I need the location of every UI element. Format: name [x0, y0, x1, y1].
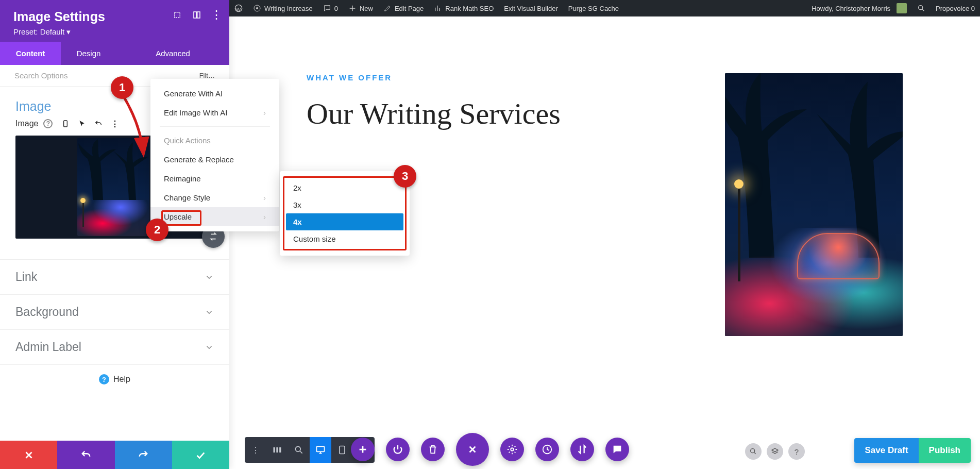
svg-rect-15 — [340, 446, 345, 454]
save-bar: Save Draft Publish — [854, 438, 971, 463]
menu-edit-ai[interactable]: Edit Image With AI› — [150, 103, 279, 122]
more-vert-icon[interactable]: ⋮ — [110, 119, 120, 128]
svg-point-3 — [919, 6, 923, 10]
cancel-button[interactable] — [0, 441, 57, 469]
tab-advanced[interactable]: Advanced — [116, 42, 229, 65]
cursor-icon[interactable] — [77, 119, 87, 128]
settings-panel: Image Settings Preset: Default ▾ ⋮ Conte… — [0, 0, 229, 469]
chevron-right-icon: › — [263, 212, 266, 221]
settings-fab[interactable] — [500, 438, 524, 461]
sort-fab[interactable] — [570, 438, 594, 461]
help-icon: ? — [99, 374, 109, 384]
svg-point-17 — [511, 448, 514, 451]
image-label-text: Image — [15, 119, 38, 128]
svg-point-13 — [295, 446, 300, 451]
exit-builder-link[interactable]: Exit Visual Builder — [499, 0, 563, 16]
chat-fab[interactable] — [605, 438, 629, 461]
howdy-user[interactable]: Howdy, Christopher Morris — [806, 0, 912, 16]
edit-page-link[interactable]: Edit Page — [378, 0, 429, 16]
accordion: Link Background Admin Label — [0, 259, 229, 365]
svg-point-19 — [751, 449, 755, 453]
mini-help-icon[interactable]: ? — [788, 443, 805, 460]
more-icon[interactable]: ⋮ — [211, 9, 222, 21]
annotation-arrow — [120, 93, 150, 160]
section-heading: Our Writing Services — [307, 96, 684, 131]
add-fab[interactable] — [351, 438, 375, 461]
svg-rect-10 — [274, 447, 275, 453]
panel-tabs: Content Design Advanced — [0, 42, 229, 65]
history-fab[interactable] — [535, 438, 559, 461]
svg-rect-5 — [194, 12, 196, 18]
mini-help-fabs: ? — [745, 443, 805, 460]
avatar — [897, 3, 907, 13]
expand-icon[interactable] — [172, 9, 183, 21]
propovoice-link[interactable]: Propovoice 0 — [931, 0, 980, 16]
svg-rect-6 — [197, 12, 200, 18]
annotation-callout-2: 2 — [146, 219, 168, 241]
upscale-3x[interactable]: 3x — [286, 196, 403, 213]
save-button[interactable] — [172, 441, 229, 469]
menu-generate-replace[interactable]: Generate & Replace — [150, 150, 279, 169]
zoom-icon[interactable] — [288, 437, 310, 463]
menu-generate-ai[interactable]: Generate With AI — [150, 84, 279, 103]
upscale-2x[interactable]: 2x — [286, 179, 403, 196]
svg-rect-4 — [175, 12, 180, 18]
redo-button[interactable] — [115, 441, 172, 469]
desktop-view-icon[interactable] — [310, 437, 331, 463]
upscale-custom[interactable]: Custom size — [286, 230, 403, 247]
svg-rect-14 — [317, 446, 325, 451]
builder-fab-row — [351, 433, 629, 466]
device-icon[interactable] — [61, 119, 70, 128]
rank-math-link[interactable]: Rank Math SEO — [429, 0, 499, 16]
menu-upscale[interactable]: Upscale› — [150, 207, 279, 226]
tablet-view-icon[interactable] — [331, 437, 353, 463]
undo-icon[interactable] — [94, 119, 103, 128]
svg-point-2 — [256, 7, 258, 9]
accordion-background[interactable]: Background — [0, 295, 229, 330]
wireframe-icon[interactable] — [266, 437, 288, 463]
hero-image[interactable] — [725, 73, 903, 336]
upscale-submenu: 2x 3x 4x Custom size — [280, 171, 410, 256]
tab-design[interactable]: Design — [61, 42, 116, 65]
save-draft-button[interactable]: Save Draft — [854, 438, 918, 463]
annotation-callout-1: 1 — [111, 76, 133, 99]
chevron-right-icon: › — [263, 108, 266, 117]
section-kicker: WHAT WE OFFER — [307, 73, 684, 82]
columns-icon[interactable] — [191, 9, 202, 21]
tab-content[interactable]: Content — [0, 42, 61, 65]
comments-link[interactable]: 0 — [318, 0, 343, 16]
preset-dropdown[interactable]: Preset: Default ▾ — [13, 27, 216, 37]
ai-context-menu: Generate With AI Edit Image With AI› Qui… — [150, 79, 279, 231]
undo-button[interactable] — [57, 441, 114, 469]
annotation-callout-3: 3 — [394, 165, 416, 188]
panel-header: Image Settings Preset: Default ▾ ⋮ — [0, 0, 229, 42]
publish-button[interactable]: Publish — [919, 438, 971, 463]
accordion-admin-label[interactable]: Admin Label — [0, 330, 229, 365]
panel-footer — [0, 441, 229, 469]
search-options-label[interactable]: Search Options — [14, 71, 67, 80]
menu-change-style[interactable]: Change Style› — [150, 188, 279, 207]
menu-quick-actions-label: Quick Actions — [150, 131, 279, 150]
menu-reimagine[interactable]: Reimagine — [150, 169, 279, 188]
upscale-4x[interactable]: 4x — [286, 213, 403, 230]
mini-layers-icon[interactable] — [767, 443, 783, 460]
bar-more-icon[interactable]: ⋮ — [245, 437, 266, 463]
mini-search-icon[interactable] — [745, 443, 762, 460]
new-link[interactable]: New — [343, 0, 378, 16]
power-fab[interactable] — [386, 438, 410, 461]
site-name[interactable]: Writing Increase — [248, 0, 318, 16]
svg-rect-11 — [276, 447, 278, 453]
trash-fab[interactable] — [421, 438, 445, 461]
help-tooltip-icon[interactable]: ? — [43, 119, 53, 128]
wp-logo[interactable] — [229, 0, 248, 16]
purge-cache-link[interactable]: Purge SG Cache — [563, 0, 624, 16]
search-icon[interactable] — [912, 0, 931, 16]
help-link[interactable]: ?Help — [0, 365, 229, 384]
svg-rect-7 — [64, 121, 67, 127]
accordion-link[interactable]: Link — [0, 260, 229, 295]
wp-admin-bar: Writing Increase 0 New Edit Page Rank Ma… — [229, 0, 980, 16]
chevron-right-icon: › — [263, 193, 266, 202]
filter-button[interactable]: Filt… — [199, 72, 215, 79]
svg-rect-12 — [279, 447, 281, 453]
close-fab[interactable] — [456, 433, 489, 466]
